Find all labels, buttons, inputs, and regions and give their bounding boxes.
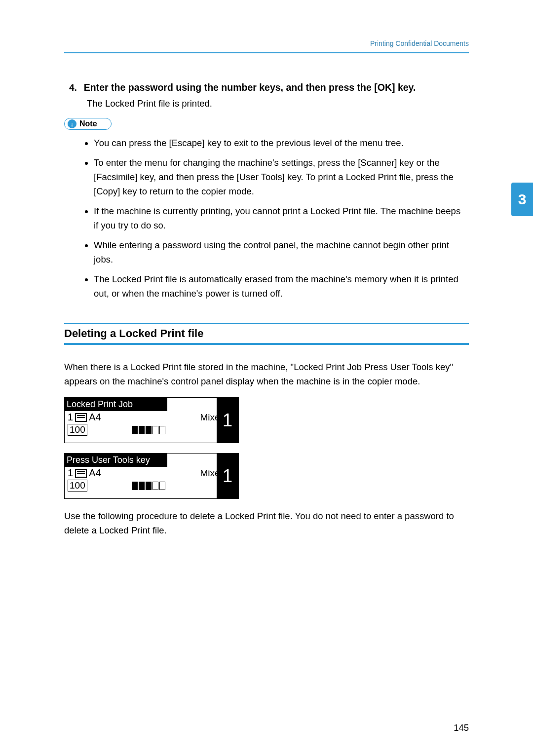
- toner-indicator-icon: [132, 426, 165, 434]
- paper-size: A4: [89, 412, 101, 423]
- page-header-title: Printing Confidential Documents: [64, 39, 469, 52]
- ratio-box: 100: [68, 424, 87, 436]
- paper-size: A4: [89, 467, 101, 479]
- ratio-box: 100: [68, 480, 87, 491]
- panel-row-paper: 1 A4 Mixed ▲▼: [65, 467, 238, 479]
- section-rule: [64, 343, 469, 345]
- section-heading: Deleting a Locked Print file: [64, 323, 469, 340]
- panel-title: Press User Tools key: [65, 454, 167, 467]
- display-panel-locked-print: Locked Print Job 1 A4 Mixed ▲▼ 100 1: [64, 397, 239, 443]
- display-panel-user-tools: Press User Tools key 1 A4 Mixed ▲▼ 100 1: [64, 453, 239, 499]
- tray-number: 1: [68, 412, 73, 423]
- note-bullet: To enter the menu for changing the machi…: [94, 155, 469, 198]
- tray-icon: [75, 469, 87, 478]
- note-badge: ↓ Note: [64, 118, 112, 130]
- note-bullet: While entering a password using the cont…: [94, 238, 469, 266]
- page-number: 145: [454, 722, 469, 733]
- panel-row-toner: 100: [65, 479, 238, 498]
- note-label: Note: [79, 119, 97, 128]
- tray-number: 1: [68, 467, 73, 479]
- note-bullet: The Locked Print file is automatically e…: [94, 272, 469, 301]
- note-bullet: You can press the [Escape] key to exit t…: [94, 136, 469, 150]
- section-outro: Use the following procedure to delete a …: [64, 509, 469, 537]
- step-row: 4. Enter the password using the number k…: [69, 82, 469, 93]
- step-number: 4.: [69, 82, 77, 93]
- panel-row-paper: 1 A4 Mixed ▲▼: [65, 411, 238, 423]
- section-intro: When there is a Locked Print file stored…: [64, 360, 469, 388]
- toner-indicator-icon: [132, 482, 165, 490]
- copies-indicator: 1: [217, 398, 238, 443]
- note-bullets: You can press the [Escape] key to exit t…: [64, 136, 469, 301]
- tray-icon: [75, 413, 87, 422]
- copies-indicator: 1: [217, 454, 238, 498]
- note-bullet: If the machine is currently printing, yo…: [94, 204, 469, 232]
- header-rule: [64, 52, 469, 53]
- arrow-down-icon: ↓: [68, 119, 76, 128]
- panel-row-toner: 100: [65, 423, 238, 443]
- step-result: The Locked Print file is printed.: [87, 98, 469, 109]
- panel-title: Locked Print Job: [65, 398, 167, 411]
- step-instruction: Enter the password using the number keys…: [84, 82, 416, 93]
